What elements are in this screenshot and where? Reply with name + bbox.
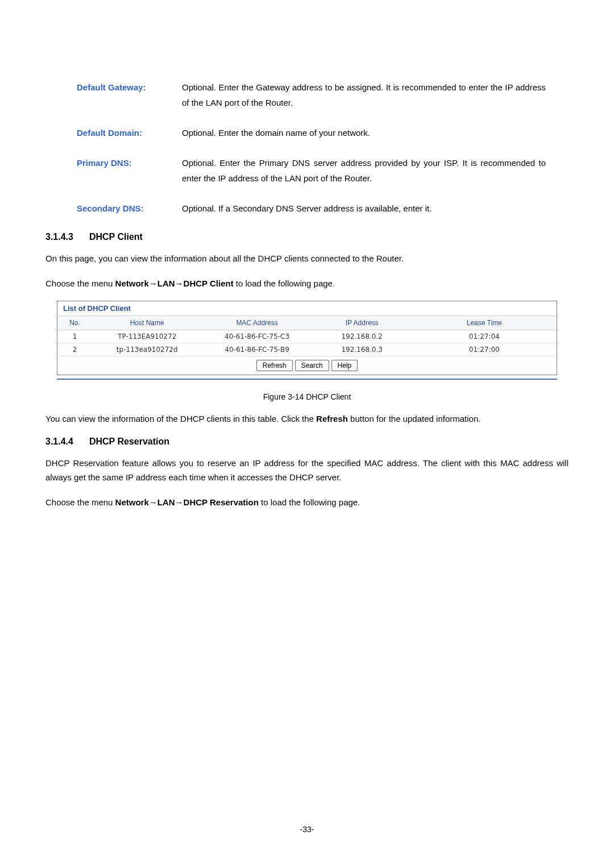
section-number: 3.1.4.4 [45,437,73,447]
after-table-paragraph: You can view the information of the DHCP… [45,412,569,426]
definition-list: Default Gateway: Optional. Enter the Gat… [77,80,546,216]
definition-row: Secondary DNS: Optional. If a Secondary … [77,201,546,216]
page-number: -33- [0,825,614,834]
definition-label: Secondary DNS: [77,201,182,216]
cell-ip: 192.168.0.2 [312,330,412,343]
cell-no: 2 [57,343,93,356]
definition-label: Primary DNS: [77,155,182,186]
table-title: List of DHCP Client [57,301,557,316]
definition-text: Optional. If a Secondary DNS Server addr… [182,201,546,216]
menu-path: Network→LAN→DHCP Client [115,279,234,288]
intro-paragraph-2: DHCP Reservation feature allows you to r… [45,456,569,485]
cell-ip: 192.168.0.3 [312,343,412,356]
dhcp-client-figure: List of DHCP Client No. Host Name MAC Ad… [57,301,557,380]
col-host-name: Host Name [92,316,202,330]
table-row: 1 TP-113EA910272 40-61-86-FC-75-C3 192.1… [57,330,557,343]
menu-post: to load the following page. [259,497,360,507]
section-title: DHCP Reservation [89,437,169,446]
menu-post: to load the following page. [234,279,335,288]
section-heading-dhcp-reservation: 3.1.4.4DHCP Reservation [45,437,569,447]
document-page: Default Gateway: Optional. Enter the Gat… [0,0,614,868]
definition-row: Default Gateway: Optional. Enter the Gat… [77,80,546,110]
section-title: DHCP Client [89,232,143,242]
figure-divider [57,379,557,380]
definition-text: Optional. Enter the domain name of your … [182,125,546,140]
cell-lease: 01:27:04 [412,330,557,343]
col-ip-address: IP Address [312,316,412,330]
col-lease-time: Lease Time [412,316,557,330]
text-pre: You can view the information of the DHCP… [45,414,316,423]
col-no: No. [57,316,93,330]
cell-lease: 01:27:00 [412,343,557,356]
refresh-button[interactable]: Refresh [256,360,293,371]
text-bold: Refresh [316,414,348,423]
menu-path-paragraph: Choose the menu Network→LAN→DHCP Client … [45,276,569,291]
table-header-row: No. Host Name MAC Address IP Address Lea… [57,316,557,330]
col-mac-address: MAC Address [202,316,312,330]
menu-pre: Choose the menu [45,497,115,507]
menu-path-paragraph-2: Choose the menu Network→LAN→DHCP Reserva… [45,495,569,510]
definition-label: Default Gateway: [77,80,182,110]
figure-caption: Figure 3-14 DHCP Client [45,392,569,401]
help-button[interactable]: Help [331,360,358,371]
section-number: 3.1.4.3 [45,232,73,242]
definition-text: Optional. Enter the Primary DNS server a… [182,155,546,186]
definition-row: Default Domain: Optional. Enter the doma… [77,125,546,140]
cell-host: tp-113ea910272d [92,343,202,356]
text-post: button for the updated information. [348,414,481,423]
table-row: 2 tp-113ea910272d 40-61-86-FC-75-B9 192.… [57,343,557,356]
definition-text: Optional. Enter the Gateway address to b… [182,80,546,110]
menu-path: Network→LAN→DHCP Reservation [115,497,259,507]
table-title-row: List of DHCP Client [57,301,557,316]
search-button[interactable]: Search [295,360,329,371]
definition-row: Primary DNS: Optional. Enter the Primary… [77,155,546,186]
menu-pre: Choose the menu [45,279,115,288]
definition-label: Default Domain: [77,125,182,140]
dhcp-client-table: List of DHCP Client No. Host Name MAC Ad… [57,301,557,375]
table-buttons-row: Refresh Search Help [57,356,557,375]
intro-paragraph: On this page, you can view the informati… [45,251,569,266]
cell-no: 1 [57,330,93,343]
cell-mac: 40-61-86-FC-75-C3 [202,330,312,343]
section-heading-dhcp-client: 3.1.4.3DHCP Client [45,232,569,242]
cell-mac: 40-61-86-FC-75-B9 [202,343,312,356]
cell-host: TP-113EA910272 [92,330,202,343]
